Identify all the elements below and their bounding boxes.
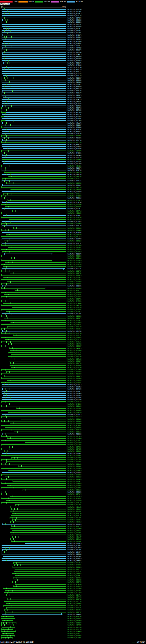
alignment-row[interactable]: UniRef100_P08705 [0, 206, 146, 208]
alignment-row[interactable]: UniRef100_P26575 [0, 62, 146, 64]
alignment-bar[interactable] [15, 584, 66, 584]
alignment-bar[interactable] [13, 228, 66, 228]
subject-id-label[interactable]: UniRef100_P19312 [68, 197, 81, 199]
alignment-row[interactable]: UniRef100_B6RW23 [0, 388, 146, 390]
subject-id-label[interactable]: UniRef100_A5B8V4 [68, 635, 81, 637]
subject-id-label[interactable]: UniRef100_O10797 [68, 334, 81, 336]
alignment-bar[interactable] [1, 221, 66, 222]
alignment-row[interactable]: UniRef100_O9F821 [0, 382, 146, 384]
alignment-bar[interactable] [2, 106, 66, 106]
alignment-bar[interactable] [6, 404, 66, 404]
alignment-bar[interactable] [1, 378, 66, 378]
alignment-row[interactable]: UniRef100_O55BJ7 [0, 360, 146, 362]
alignment-row[interactable]: UniRef100_A9NLM4 [0, 514, 146, 516]
alignment-bar[interactable] [4, 254, 51, 254]
alignment-row[interactable]: UniRef100_Q2OTJ1 [0, 352, 146, 354]
alignment-bar[interactable] [9, 446, 66, 447]
alignment-row[interactable]: UniRef100_O11674 [0, 274, 146, 276]
alignment-row[interactable]: UniRef100_A9YT29 [0, 133, 146, 135]
alignment-bar[interactable] [1, 71, 66, 72]
alignment-row[interactable]: UniRef100_P10647 [0, 124, 146, 126]
subject-id-label[interactable]: UniRef100_A5AVU6 [68, 584, 81, 585]
subject-id-label[interactable]: UniRef100_O92W63 [68, 392, 81, 394]
alignment-row[interactable]: UniRef100_A9PJN7 [0, 42, 146, 44]
alignment-row[interactable]: UniRef100_Q84N64 [0, 240, 146, 242]
alignment-bar[interactable] [1, 414, 66, 415]
subject-id-label[interactable]: UniRef100_O49128 [68, 326, 81, 328]
alignment-row[interactable]: UniRef100_B1PLM0 [0, 141, 146, 143]
subject-id-label[interactable]: UniRef100_O95W62 [68, 454, 81, 456]
alignment-bar[interactable] [14, 564, 66, 565]
alignment-bar[interactable] [1, 224, 66, 224]
alignment-row[interactable]: UniRef100_Q107B2 [0, 272, 146, 274]
subject-id-label[interactable]: UniRef100_Q5Z5A4 [68, 588, 81, 590]
alignment-row[interactable]: UniRef100_P10577 [0, 92, 146, 94]
alignment-row[interactable]: UniRef100_O92559 [0, 468, 146, 470]
alignment-row[interactable]: UniRef100_O49131 [0, 341, 146, 343]
alignment-bar[interactable] [4, 451, 66, 452]
subject-id-label[interactable]: UniRef100_P08474 [68, 167, 81, 169]
subject-id-label[interactable]: UniRef100_O22687 [68, 345, 81, 347]
alignment-bar[interactable] [1, 174, 66, 175]
alignment-row[interactable]: UniRef100_O22687 [0, 345, 146, 347]
alignment-row[interactable]: UniRef100_Q24634 [0, 322, 146, 324]
subject-id-label[interactable]: UniRef100_P16035 [68, 504, 81, 506]
subject-id-label[interactable]: UniRef100_Q56JF2 [68, 573, 81, 574]
alignment-row[interactable]: UniRef100_Q43832 [0, 195, 146, 197]
subject-id-label[interactable]: UniRef100_P00866 [68, 433, 81, 435]
alignment-bar[interactable] [10, 539, 66, 539]
alignment-bar[interactable] [3, 62, 66, 63]
subject-id-label[interactable]: UniRef100_O2V8L8 [68, 440, 81, 442]
alignment-row[interactable]: UniRef100_Q9SEB9 [0, 182, 146, 184]
alignment-row[interactable]: UniRef100_Q3LFQ4 [0, 139, 146, 141]
subject-id-label[interactable]: UniRef100_Q10785 [68, 309, 81, 311]
alignment-bar-lead[interactable] [1, 116, 4, 117]
alignment-row[interactable]: UniRef100_P08706 [0, 135, 146, 137]
alignment-row[interactable]: UniRef100_Q8V739 [0, 362, 146, 364]
subject-id-label[interactable]: UniRef100_B9RXF4 [68, 586, 81, 587]
subject-id-label[interactable]: UniRef100_A9PHQ3 [68, 47, 81, 49]
subject-id-label[interactable]: UniRef100_Q39746 [68, 234, 81, 236]
alignment-row[interactable]: UniRef100_P1XV51 [0, 497, 146, 500]
alignment-row[interactable]: UniRef100_P12460 [0, 40, 146, 42]
subject-id-label[interactable]: UniRef100_P08706 [68, 135, 81, 137]
alignment-row[interactable]: UniRef100_P0A214 [0, 130, 146, 132]
alignment-bar[interactable] [1, 136, 66, 136]
alignment-bar[interactable] [1, 618, 15, 619]
subject-id-label[interactable]: UniRef100_A1YN01 [68, 165, 81, 167]
subject-id-label[interactable]: UniRef100_Q9FUJ5 [68, 32, 81, 34]
subject-id-label[interactable]: UniRef100_O92559 [68, 468, 81, 470]
subject-id-label[interactable]: UniRef100_B7FJX0 [68, 592, 81, 594]
subject-id-label[interactable]: UniRef100_B9T0S5 [68, 109, 81, 111]
subject-id-label[interactable]: UniRef100_P10647 [68, 124, 81, 126]
alignment-bar[interactable] [1, 138, 66, 138]
subject-id-label[interactable]: UniRef100_Q39745 [68, 216, 81, 218]
alignment-bar[interactable] [11, 457, 66, 458]
subject-id-label[interactable]: UniRef100_O95W61 [68, 452, 81, 454]
subject-id-label[interactable]: UniRef100_Q10426 [68, 283, 81, 285]
alignment-row[interactable]: UniRef100_P05349 [0, 86, 146, 88]
subject-id-label[interactable]: UniRef100_P27905 [68, 105, 81, 107]
subject-id-label[interactable]: UniRef100_O11674 [68, 274, 81, 276]
subject-id-label[interactable]: UniRef100_B8LMN7 [68, 510, 81, 512]
alignment-bar[interactable] [6, 183, 66, 184]
subject-id-label[interactable]: UniRef100_Q9ZNV0 [68, 622, 81, 624]
alignment-bar[interactable] [1, 256, 66, 256]
subject-id-label[interactable]: UniRef100_C6SUL1 [68, 28, 81, 30]
alignment-row[interactable]: UniRef100_A9YT27 [0, 70, 146, 72]
alignment-bar[interactable] [1, 236, 66, 237]
alignment-bar[interactable] [1, 39, 66, 40]
alignment-row[interactable]: UniRef100_A7PYV2 [0, 596, 146, 598]
subject-id-label[interactable]: UniRef100_Q86RJ7 [68, 184, 81, 186]
alignment-bar[interactable] [5, 206, 66, 207]
alignment-bar[interactable] [1, 60, 66, 61]
alignment-bar[interactable] [2, 84, 66, 85]
alignment-bar[interactable] [2, 331, 66, 332]
alignment-row[interactable]: UniRef100_C6TBY1 [0, 590, 146, 592]
subject-id-label[interactable]: UniRef100_Q9FUJ4 [68, 17, 81, 19]
alignment-row[interactable]: UniRef100_Q10791 [0, 294, 146, 296]
subject-id-label[interactable]: UniRef100_Q30860 [68, 126, 81, 128]
alignment-row[interactable]: UniRef100_Q68183 [0, 156, 146, 158]
subject-id-label[interactable]: UniRef100_B9FJG4 [68, 577, 81, 579]
alignment-bar[interactable] [1, 292, 66, 293]
